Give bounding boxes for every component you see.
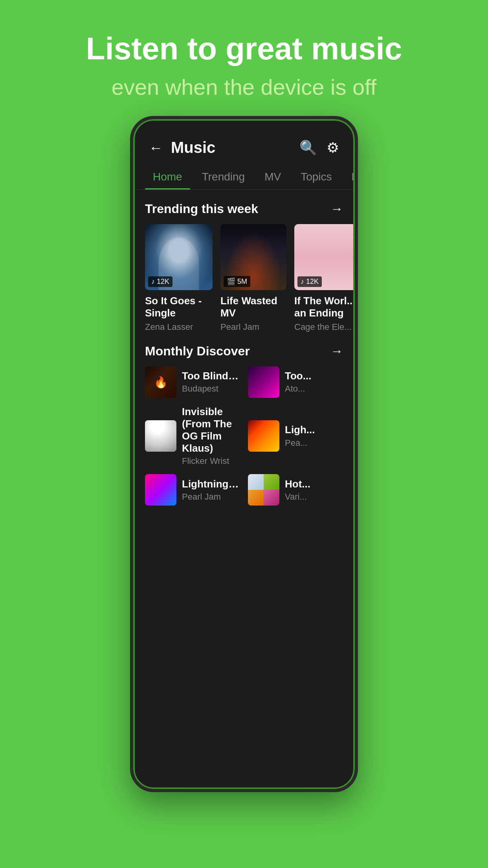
card-artist-3: Cage the Ele... bbox=[294, 322, 355, 332]
card-badge-3: ♪ 12K bbox=[297, 276, 322, 287]
hot-grid bbox=[248, 474, 279, 506]
discover-info-1: Too Blind to Hear Budapest bbox=[182, 370, 240, 394]
discover-thumb-3 bbox=[145, 420, 176, 452]
card-badge-1: ♪ 12K bbox=[148, 276, 172, 287]
discover-title-4: Ligh... bbox=[285, 424, 343, 436]
back-button[interactable]: ← bbox=[149, 140, 163, 156]
discover-thumb-1 bbox=[145, 366, 176, 398]
trending-card-2[interactable]: 🎬 5M Life Wasted MV Pearl Jam bbox=[220, 224, 286, 332]
discover-artist-4: Pea... bbox=[285, 438, 343, 448]
discover-row-3: Lightning Bolt 🎬 Pearl Jam bbox=[145, 474, 343, 506]
settings-icon[interactable]: ⚙ bbox=[327, 140, 339, 156]
tab-home[interactable]: Home bbox=[145, 164, 190, 189]
discover-item-6[interactable]: Hot... Vari... bbox=[248, 474, 343, 506]
trending-card-3[interactable]: ♪ 12K If The Worl... an Ending Cage the … bbox=[294, 224, 355, 332]
discover-info-3: Invisible (From The OG Film Klaus) Flick… bbox=[182, 406, 240, 467]
card-title-3: If The Worl... an Ending bbox=[294, 295, 355, 319]
promo-subtitle: even when the device is off bbox=[24, 74, 464, 100]
discover-info-2: Too... Ato... bbox=[285, 370, 343, 394]
discover-item-5[interactable]: Lightning Bolt 🎬 Pearl Jam bbox=[145, 474, 240, 506]
hot-grid-cell-2 bbox=[264, 474, 279, 490]
card-thumb-3: ♪ 12K bbox=[294, 224, 355, 290]
discover-row-2: Invisible (From The OG Film Klaus) Flick… bbox=[145, 406, 343, 467]
discover-artist-1: Budapest bbox=[182, 384, 240, 394]
discover-thumb-4 bbox=[248, 420, 279, 452]
monthly-section-header: Monthly Discover → bbox=[133, 332, 355, 366]
trending-cards-row: ♪ 12K So It Goes - Single Zena Lasser 🎬 … bbox=[133, 224, 355, 332]
main-content: Trending this week → ♪ 12K So It Goes - … bbox=[133, 190, 355, 789]
card-thumb-1: ♪ 12K bbox=[145, 224, 213, 290]
app-header: ← Music 🔍 ⚙ bbox=[133, 119, 355, 164]
card-thumb-2: 🎬 5M bbox=[220, 224, 286, 290]
discover-item-2[interactable]: Too... Ato... bbox=[248, 366, 343, 398]
monthly-title: Monthly Discover bbox=[145, 344, 250, 359]
phone-screen: ← Music 🔍 ⚙ Home Trending MV Topics Libr… bbox=[133, 119, 355, 789]
discover-title-5: Lightning Bolt 🎬 bbox=[182, 478, 240, 490]
discover-artist-3: Flicker Wrist bbox=[182, 456, 240, 466]
trending-arrow[interactable]: → bbox=[330, 202, 343, 216]
discover-item-1[interactable]: Too Blind to Hear Budapest bbox=[145, 366, 240, 398]
discover-title-1: Too Blind to Hear bbox=[182, 370, 240, 382]
card-artist-2: Pearl Jam bbox=[220, 322, 286, 332]
discover-item-4[interactable]: Ligh... Pea... bbox=[248, 406, 343, 467]
discover-thumb-2 bbox=[248, 366, 279, 398]
phone-mockup: ← Music 🔍 ⚙ Home Trending MV Topics Libr… bbox=[130, 116, 358, 792]
card-title-2: Life Wasted MV bbox=[220, 295, 286, 319]
discover-row-1: Too Blind to Hear Budapest Too... Ato... bbox=[145, 366, 343, 398]
discover-info-4: Ligh... Pea... bbox=[285, 424, 343, 448]
discover-title-3: Invisible (From The OG Film Klaus) bbox=[182, 406, 240, 455]
discover-title-2: Too... bbox=[285, 370, 343, 382]
discover-thumb-6 bbox=[248, 474, 279, 506]
monthly-arrow[interactable]: → bbox=[330, 344, 343, 359]
card-badge-2: 🎬 5M bbox=[224, 276, 250, 287]
card-artist-1: Zena Lasser bbox=[145, 322, 213, 332]
hot-grid-cell-1 bbox=[248, 474, 264, 490]
trending-section-header: Trending this week → bbox=[133, 190, 355, 224]
tab-trending[interactable]: Trending bbox=[194, 164, 253, 189]
app-title: Music bbox=[171, 139, 299, 156]
search-icon[interactable]: 🔍 bbox=[299, 140, 317, 156]
tab-topics[interactable]: Topics bbox=[293, 164, 339, 189]
card-title-1: So It Goes - Single bbox=[145, 295, 213, 319]
hot-grid-cell-4 bbox=[264, 490, 279, 506]
nav-tabs: Home Trending MV Topics Library bbox=[133, 164, 355, 190]
promo-title: Listen to great music bbox=[24, 31, 464, 66]
discover-thumb-5 bbox=[145, 474, 176, 506]
discover-info-6: Hot... Vari... bbox=[285, 478, 343, 502]
discover-info-5: Lightning Bolt 🎬 Pearl Jam bbox=[182, 478, 240, 502]
discover-artist-2: Ato... bbox=[285, 384, 343, 394]
hot-grid-cell-3 bbox=[248, 490, 264, 506]
promo-section: Listen to great music even when the devi… bbox=[0, 0, 488, 116]
tab-library[interactable]: Library bbox=[344, 164, 355, 189]
trending-card-1[interactable]: ♪ 12K So It Goes - Single Zena Lasser bbox=[145, 224, 213, 332]
header-actions: 🔍 ⚙ bbox=[299, 140, 339, 156]
trending-title: Trending this week bbox=[145, 202, 258, 216]
discover-artist-5: Pearl Jam bbox=[182, 492, 240, 502]
discover-item-3[interactable]: Invisible (From The OG Film Klaus) Flick… bbox=[145, 406, 240, 467]
tab-mv[interactable]: MV bbox=[257, 164, 289, 189]
discover-artist-6: Vari... bbox=[285, 492, 343, 502]
discover-title-6: Hot... bbox=[285, 478, 343, 490]
discover-list: Too Blind to Hear Budapest Too... Ato... bbox=[133, 366, 355, 506]
